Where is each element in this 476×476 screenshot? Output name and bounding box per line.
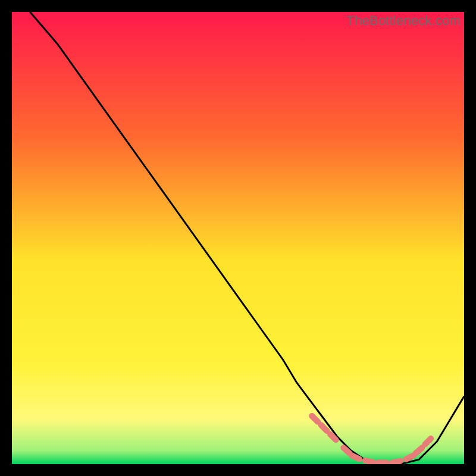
chart-frame: TheBottleneck.com [12, 12, 464, 464]
accent-dot [343, 448, 349, 453]
watermark-text: TheBottleneck.com [346, 13, 461, 29]
accent-dot [416, 448, 422, 453]
accent-dot [406, 456, 414, 459]
accent-dot [330, 434, 336, 440]
accent-dot [365, 461, 374, 462]
accent-dot [425, 439, 431, 444]
bottleneck-chart [12, 12, 464, 464]
accent-dot [392, 461, 400, 463]
gradient-background [12, 12, 464, 464]
accent-dot [352, 456, 359, 459]
accent-dot [321, 425, 327, 431]
accent-dot [312, 416, 318, 422]
